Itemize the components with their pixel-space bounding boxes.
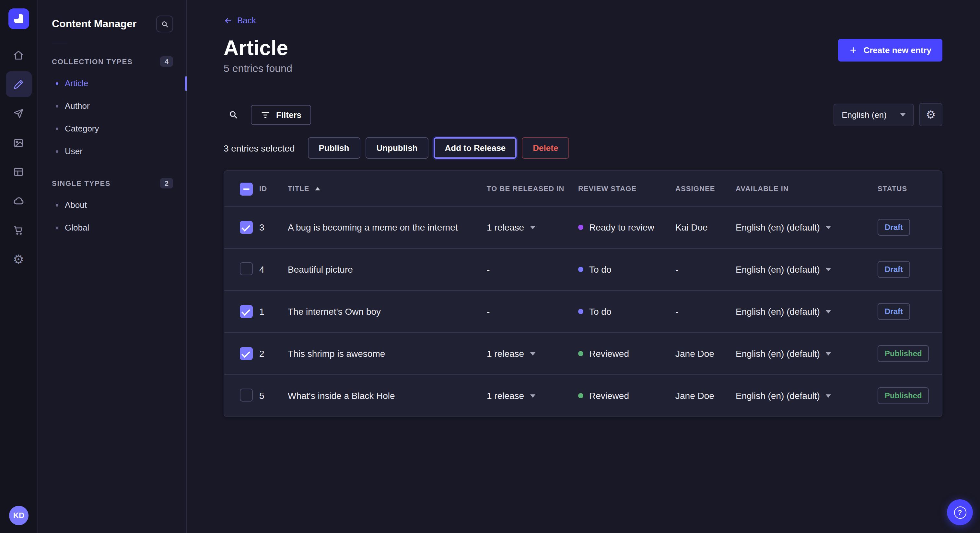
- entries-selected-text: 3 entries selected: [224, 143, 294, 154]
- cell-title: This shrimp is awesome: [288, 349, 487, 359]
- sidebar-search-button[interactable]: [156, 16, 173, 32]
- cell-available-in-dropdown[interactable]: English (en) (default): [736, 307, 878, 317]
- cell-id: 3: [259, 222, 288, 233]
- column-header-available-in: AVAILABLE IN: [736, 185, 878, 193]
- home-icon[interactable]: [5, 42, 32, 68]
- status-badge: Draft: [878, 219, 910, 236]
- cell-available-in-dropdown[interactable]: English (en) (default): [736, 349, 878, 359]
- column-header-assignee: ASSIGNEE: [675, 185, 736, 193]
- bullet-icon: [56, 150, 58, 152]
- column-header-review-stage: REVIEW STAGE: [578, 185, 675, 193]
- table-row[interactable]: 5 What's inside a Black Hole 1 release R…: [224, 374, 942, 417]
- table-row[interactable]: 3 A bug is becoming a meme on the intern…: [224, 206, 942, 248]
- table-row[interactable]: 2 This shrimp is awesome 1 release Revie…: [224, 333, 942, 374]
- sidebar-item-user[interactable]: User: [38, 140, 186, 163]
- column-header-title[interactable]: TITLE: [288, 185, 487, 193]
- cell-release-dropdown[interactable]: 1 release: [487, 391, 578, 401]
- add-to-release-button[interactable]: Add to Release: [434, 138, 517, 159]
- chevron-down-icon: [826, 394, 831, 398]
- releases-icon[interactable]: [5, 100, 32, 126]
- cell-available-in-dropdown[interactable]: English (en) (default): [736, 265, 878, 275]
- sidebar-item-about[interactable]: About: [38, 194, 186, 216]
- chevron-down-icon: [530, 352, 535, 355]
- select-all-checkbox[interactable]: [240, 183, 253, 196]
- cell-release-dropdown[interactable]: 1 release: [487, 349, 578, 359]
- sidebar-item-label: User: [65, 146, 83, 156]
- chevron-down-icon: [826, 352, 831, 355]
- cell-release: -: [487, 265, 578, 275]
- cell-assignee: -: [675, 265, 736, 275]
- chevron-down-icon: [530, 394, 535, 398]
- cell-assignee: Jane Doe: [675, 349, 736, 359]
- sidebar-item-author[interactable]: Author: [38, 95, 186, 117]
- create-new-entry-label: Create new entry: [863, 45, 931, 55]
- cloud-icon[interactable]: [5, 188, 32, 214]
- cell-title: A bug is becoming a meme on the internet: [288, 222, 487, 233]
- main-content: Back Article 5 entries found Create new …: [187, 0, 980, 533]
- publish-button[interactable]: Publish: [307, 138, 360, 159]
- strapi-logo[interactable]: [8, 8, 29, 29]
- scale-wrapper: ⚙ KD Content Manager COLLECTION TYPES 4 …: [0, 0, 980, 533]
- stage-dot-icon: [578, 309, 583, 314]
- divider: [52, 43, 67, 43]
- bullet-icon: [56, 226, 58, 229]
- arrow-left-icon: [224, 16, 233, 25]
- cell-title: What's inside a Black Hole: [288, 391, 487, 401]
- entries-found-text: 5 entries found: [224, 63, 292, 75]
- row-checkbox[interactable]: [240, 262, 253, 275]
- help-button[interactable]: ?: [947, 499, 973, 525]
- media-library-icon[interactable]: [5, 130, 32, 155]
- create-new-entry-button[interactable]: Create new entry: [838, 38, 942, 61]
- sort-asc-icon: [315, 187, 320, 190]
- cell-title: The internet's Own boy: [288, 307, 487, 317]
- cell-id: 2: [259, 349, 288, 359]
- avatar[interactable]: KD: [9, 506, 29, 525]
- sidebar-item-global[interactable]: Global: [38, 216, 186, 239]
- row-checkbox[interactable]: [240, 221, 253, 234]
- cell-available-in-dropdown[interactable]: English (en) (default): [736, 391, 878, 401]
- cell-release: -: [487, 307, 578, 317]
- stage-dot-icon: [578, 225, 583, 230]
- sidebar-item-label: Category: [65, 124, 99, 133]
- cell-id: 5: [259, 391, 288, 401]
- search-icon: [161, 20, 169, 28]
- cell-release-dropdown[interactable]: 1 release: [487, 222, 578, 233]
- status-badge: Published: [878, 346, 929, 362]
- status-badge: Draft: [878, 303, 910, 320]
- cell-review-stage: To do: [578, 307, 675, 317]
- table-header-row: ID TITLE TO BE RELEASED IN REVIEW STAGE …: [224, 171, 942, 206]
- sidebar-item-label: Global: [65, 223, 89, 233]
- row-checkbox[interactable]: [240, 347, 253, 360]
- sidebar-item-category[interactable]: Category: [38, 117, 186, 140]
- cell-available-in-dropdown[interactable]: English (en) (default): [736, 222, 878, 233]
- row-checkbox[interactable]: [240, 305, 253, 318]
- gear-icon: ⚙: [926, 108, 936, 122]
- locale-select-value: English (en): [842, 110, 887, 120]
- cell-review-stage: Reviewed: [578, 349, 675, 359]
- status-badge: Draft: [878, 261, 910, 278]
- locale-select[interactable]: English (en): [833, 104, 914, 126]
- list-search-button[interactable]: [224, 105, 243, 125]
- page-title: Article: [224, 36, 292, 60]
- filters-button[interactable]: Filters: [251, 105, 311, 125]
- delete-button[interactable]: Delete: [522, 138, 569, 159]
- sidebar-item-article[interactable]: Article: [38, 72, 186, 95]
- unpublish-button[interactable]: Unpublish: [365, 138, 428, 159]
- content-manager-icon[interactable]: [5, 71, 32, 97]
- column-header-id[interactable]: ID: [259, 185, 288, 193]
- view-settings-button[interactable]: ⚙: [919, 103, 942, 127]
- table-row[interactable]: 1 The internet's Own boy - To do - Engli…: [224, 290, 942, 333]
- cell-assignee: Jane Doe: [675, 391, 736, 401]
- row-checkbox[interactable]: [240, 389, 253, 401]
- cell-review-stage: Ready to review: [578, 222, 675, 233]
- chevron-down-icon: [826, 268, 831, 271]
- cell-review-stage: To do: [578, 265, 675, 275]
- marketplace-cart-icon[interactable]: [5, 217, 32, 243]
- chevron-down-icon: [900, 113, 905, 117]
- content-type-builder-icon[interactable]: [5, 159, 32, 185]
- table-row[interactable]: 4 Beautiful picture - To do - English (e…: [224, 248, 942, 290]
- column-header-status: STATUS: [878, 185, 942, 193]
- back-label: Back: [237, 16, 256, 25]
- back-link[interactable]: Back: [224, 16, 256, 25]
- settings-gear-icon[interactable]: ⚙: [5, 246, 32, 272]
